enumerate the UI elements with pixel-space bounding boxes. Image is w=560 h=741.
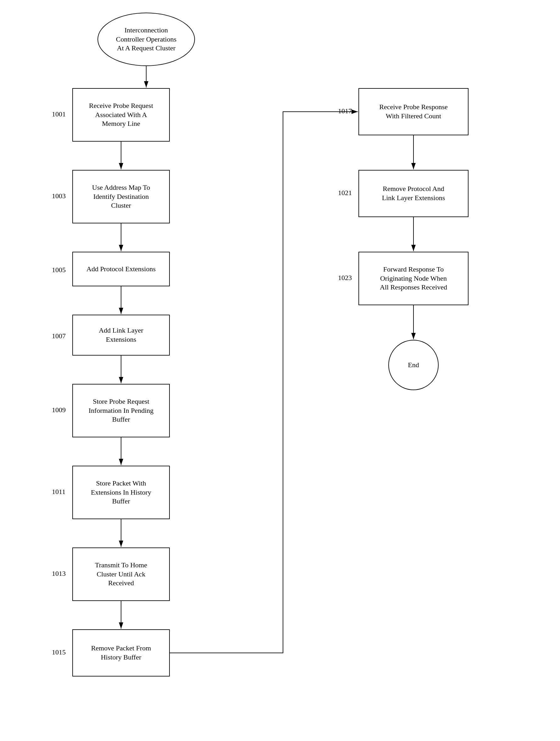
label-1011: 1011 bbox=[52, 488, 65, 496]
node-1007-label: Add Link Layer Extensions bbox=[99, 326, 143, 344]
node-1005: Add Protocol Extensions bbox=[72, 252, 170, 286]
diagram-container: Interconnection Controller Operations At… bbox=[0, 0, 560, 741]
label-1015: 1015 bbox=[52, 648, 66, 656]
node-1023-label: Forward Response To Originating Node Whe… bbox=[380, 265, 447, 292]
node-1015: Remove Packet From History Buffer bbox=[72, 629, 170, 676]
label-1023: 1023 bbox=[338, 274, 352, 282]
label-1007: 1007 bbox=[52, 332, 66, 340]
node-1013: Transmit To Home Cluster Until Ack Recei… bbox=[72, 547, 170, 601]
node-1007: Add Link Layer Extensions bbox=[72, 315, 170, 355]
label-1013: 1013 bbox=[52, 569, 66, 578]
end-circle: End bbox=[388, 340, 438, 390]
node-1003-label: Use Address Map To Identify Destination … bbox=[92, 183, 150, 210]
label-1003: 1003 bbox=[52, 192, 66, 200]
node-1009-label: Store Probe Request Information In Pendi… bbox=[89, 397, 154, 424]
start-label: Interconnection Controller Operations At… bbox=[116, 26, 176, 53]
label-1005: 1005 bbox=[52, 266, 66, 274]
node-1001: Receive Probe Request Associated With A … bbox=[72, 88, 170, 142]
label-1021: 1021 bbox=[338, 189, 352, 197]
node-1011: Store Packet With Extensions In History … bbox=[72, 466, 170, 519]
start-ellipse: Interconnection Controller Operations At… bbox=[97, 13, 195, 66]
node-1017-label: Receive Probe Response With Filtered Cou… bbox=[379, 103, 448, 121]
node-1005-label: Add Protocol Extensions bbox=[86, 265, 156, 274]
node-1001-label: Receive Probe Request Associated With A … bbox=[89, 101, 153, 128]
node-1017: Receive Probe Response With Filtered Cou… bbox=[358, 88, 469, 135]
node-1003: Use Address Map To Identify Destination … bbox=[72, 170, 170, 223]
node-1011-label: Store Packet With Extensions In History … bbox=[91, 479, 151, 506]
node-1021-label: Remove Protocol And Link Layer Extension… bbox=[382, 184, 445, 202]
node-1015-label: Remove Packet From History Buffer bbox=[91, 644, 151, 662]
label-1017: 1017 bbox=[338, 107, 352, 115]
end-label: End bbox=[408, 361, 419, 369]
label-1001: 1001 bbox=[52, 110, 66, 118]
node-1023: Forward Response To Originating Node Whe… bbox=[358, 252, 469, 305]
node-1021: Remove Protocol And Link Layer Extension… bbox=[358, 170, 469, 217]
node-1009: Store Probe Request Information In Pendi… bbox=[72, 384, 170, 437]
node-1013-label: Transmit To Home Cluster Until Ack Recei… bbox=[95, 561, 147, 588]
label-1009: 1009 bbox=[52, 406, 66, 414]
